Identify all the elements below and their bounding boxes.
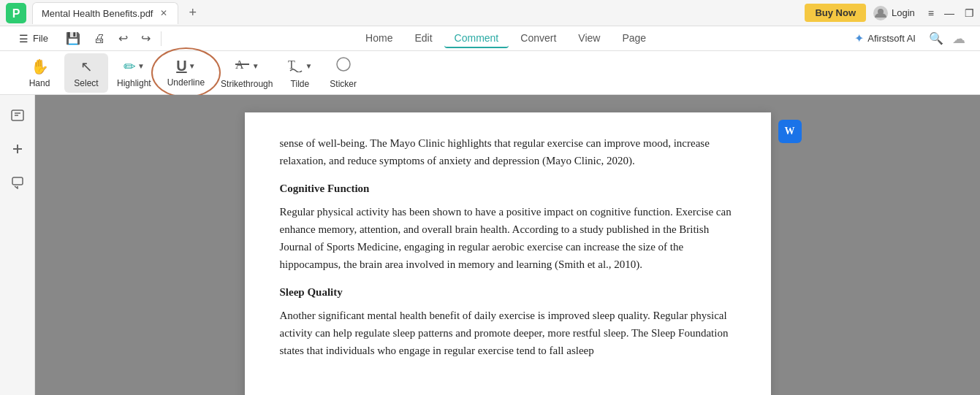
login-button[interactable]: Login	[873, 6, 915, 20]
hand-tool-button[interactable]: ✋ Hand	[18, 53, 61, 93]
login-label: Login	[892, 7, 915, 18]
nav-view[interactable]: View	[568, 29, 610, 48]
window-controls: ≡ — ❐	[928, 7, 974, 19]
menu-nav: Home Edit Comment Convert View Page	[355, 29, 656, 48]
underline-icon-row: U ▼	[176, 58, 195, 74]
tilde-tool-button[interactable]: T ▼ Tilde	[281, 52, 318, 93]
search-button[interactable]: 🔍	[926, 28, 946, 48]
pdf-page: sense of well-being. The Mayo Clinic hig…	[245, 112, 771, 395]
underline-tool-button[interactable]: U ▼ Underline	[160, 53, 212, 92]
highlight-tool-button[interactable]: ✏ ▼ Highlight	[111, 53, 157, 93]
tab-title: Mental Health Benefits.pdf	[42, 8, 153, 19]
save-icon[interactable]: 💾	[61, 28, 85, 48]
buy-now-button[interactable]: Buy Now	[805, 4, 866, 22]
nav-page[interactable]: Page	[612, 29, 656, 48]
menu-quick-actions: 💾 🖨 ↩ ↪	[61, 28, 155, 48]
highlight-arrow-icon: ▼	[137, 62, 145, 70]
nav-home[interactable]: Home	[355, 29, 403, 48]
tilde-icon: T	[287, 56, 303, 76]
menu-bar: ☰ File 💾 🖨 ↩ ↪ Home Edit Comment Convert…	[0, 26, 980, 51]
heading-sleep: Sleep Quality	[280, 283, 736, 301]
file-menu[interactable]: ☰ File	[12, 30, 56, 47]
hand-label: Hand	[29, 78, 50, 88]
main-content: sense of well-being. The Mayo Clinic hig…	[35, 95, 980, 395]
file-tab[interactable]: Mental Health Benefits.pdf ✕	[32, 2, 178, 24]
svg-rect-12	[12, 177, 23, 185]
hand-icon: ✋	[31, 58, 49, 75]
file-menu-label: File	[33, 33, 48, 44]
highlight-icon: ✏	[124, 58, 136, 75]
underline-icon: U	[176, 58, 186, 74]
cloud-button[interactable]: ☁	[949, 28, 968, 50]
app-logo: P	[6, 3, 26, 23]
undo-icon[interactable]: ↩	[114, 28, 132, 48]
menu-icon[interactable]: ≡	[928, 7, 934, 19]
highlight-icon-row: ✏ ▼	[124, 58, 145, 75]
app-body: sense of well-being. The Mayo Clinic hig…	[0, 95, 980, 395]
strikethrough-icon-row: A ▼	[235, 56, 259, 76]
underline-label: Underline	[167, 77, 205, 88]
redo-icon[interactable]: ↪	[137, 28, 155, 48]
svg-text:P: P	[12, 7, 20, 20]
print-icon[interactable]: 🖨	[89, 28, 110, 48]
user-icon	[873, 6, 888, 20]
svg-text:T: T	[288, 58, 295, 71]
strikethrough-icon: A	[235, 56, 251, 76]
svg-point-6	[337, 58, 350, 71]
ai-star-icon: ✦	[854, 31, 864, 45]
sidebar-comment-button[interactable]	[4, 169, 31, 196]
sidebar-search-button[interactable]	[4, 102, 31, 129]
tilde-icon-row: T ▼	[287, 56, 312, 76]
word-float-button[interactable]: W	[778, 120, 802, 143]
heading-cognitive: Cognitive Function	[280, 180, 736, 197]
strikethrough-tool-button[interactable]: A ▼ Strikethrough	[215, 52, 278, 93]
tilde-arrow-icon: ▼	[305, 62, 312, 70]
tilde-label: Tilde	[291, 79, 310, 89]
sidebar-add-button[interactable]	[4, 136, 31, 162]
maximize-button[interactable]: ❐	[965, 7, 974, 19]
pdf-text: sense of well-being. The Mayo Clinic hig…	[280, 134, 736, 359]
paragraph-wellbeing: sense of well-being. The Mayo Clinic hig…	[280, 134, 736, 169]
nav-convert[interactable]: Convert	[510, 29, 566, 48]
strikethrough-arrow-icon: ▼	[252, 62, 259, 70]
add-tab-button[interactable]: +	[184, 4, 201, 22]
nav-edit[interactable]: Edit	[404, 29, 442, 48]
sticker-label: Sticker	[330, 79, 357, 89]
select-tool-button[interactable]: ↖ Select	[64, 53, 108, 93]
left-sidebar	[0, 95, 35, 395]
sticker-tool-button[interactable]: Sticker	[321, 52, 365, 93]
tab-close-icon[interactable]: ✕	[157, 7, 170, 20]
title-bar: P Mental Health Benefits.pdf ✕ + Buy Now…	[0, 0, 980, 26]
select-label: Select	[74, 78, 98, 88]
menu-divider	[161, 31, 162, 46]
title-bar-right: Buy Now Login ≡ — ❐	[805, 4, 974, 22]
ai-label: Afirstsoft AI	[867, 33, 916, 44]
underline-arrow-icon: ▼	[189, 62, 196, 70]
toolbar: ✋ Hand ↖ Select ✏ ▼ Highlight U ▼ Underl…	[0, 51, 980, 95]
nav-comment[interactable]: Comment	[444, 29, 509, 48]
paragraph-cognitive: Regular physical activity has been shown…	[280, 203, 736, 273]
ai-button[interactable]: ✦ Afirstsoft AI	[847, 28, 923, 48]
minimize-button[interactable]: —	[944, 7, 954, 19]
strikethrough-label: Strikethrough	[221, 79, 273, 89]
select-icon: ↖	[80, 58, 93, 75]
sticker-icon	[335, 56, 352, 76]
highlight-label: Highlight	[117, 78, 151, 88]
paragraph-sleep: Another significant mental health benefi…	[280, 307, 736, 359]
hamburger-icon: ☰	[19, 33, 29, 45]
